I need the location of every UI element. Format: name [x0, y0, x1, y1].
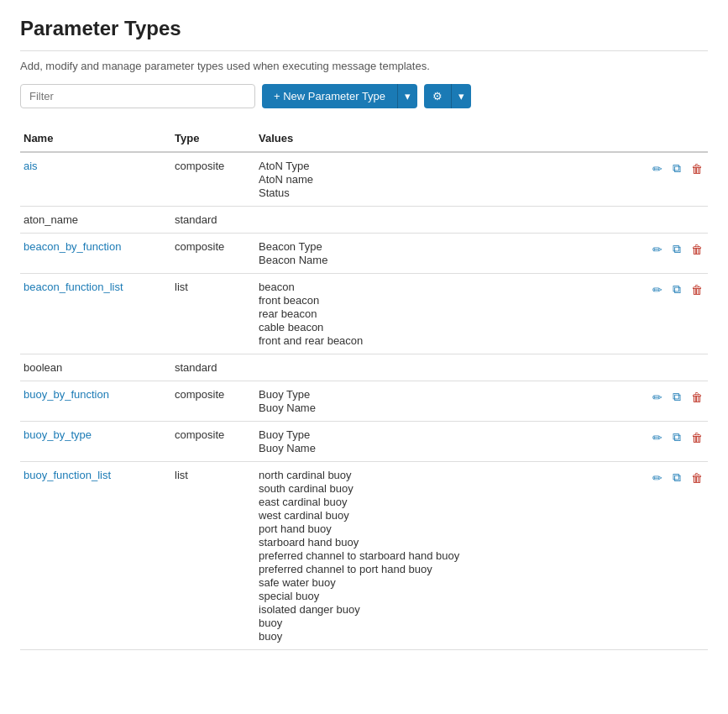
toolbar: + New Parameter Type ▾ ⚙ ▾	[20, 84, 708, 108]
col-header-type: Type	[171, 125, 255, 152]
param-value-item: starboard hand buoy	[259, 536, 637, 549]
edit-button[interactable]: ✏	[651, 470, 664, 486]
param-value-item: front and rear beacon	[259, 334, 637, 347]
param-value-item: rear beacon	[259, 307, 637, 320]
new-parameter-button[interactable]: + New Parameter Type	[262, 84, 397, 108]
param-actions: ✏⧉🗑	[641, 152, 708, 207]
filter-input[interactable]	[20, 84, 255, 108]
param-values: beaconfront beaconrear beaconcable beaco…	[255, 274, 641, 354]
parameter-types-table: Name Type Values aiscompositeAtoN TypeAt…	[20, 125, 708, 650]
copy-button[interactable]: ⧉	[671, 388, 683, 406]
table-header-row: Name Type Values	[20, 125, 708, 152]
edit-icon: ✏	[652, 162, 663, 176]
table-row: aton_namestandard	[20, 207, 708, 234]
copy-button[interactable]: ⧉	[671, 240, 683, 258]
param-actions: ✏⧉🗑	[641, 381, 708, 422]
edit-button[interactable]: ✏	[651, 160, 664, 177]
param-type: composite	[171, 422, 255, 462]
edit-button[interactable]: ✏	[651, 389, 664, 406]
param-values: Buoy TypeBuoy Name	[255, 381, 641, 422]
edit-button[interactable]: ✏	[651, 241, 664, 258]
copy-icon: ⧉	[673, 282, 681, 297]
copy-button[interactable]: ⧉	[671, 281, 683, 298]
param-value-item: port hand buoy	[259, 522, 637, 535]
copy-button[interactable]: ⧉	[671, 160, 683, 177]
gear-button-group: ⚙ ▾	[424, 84, 471, 108]
delete-icon: 🗑	[691, 471, 703, 485]
delete-button[interactable]: 🗑	[689, 241, 704, 258]
param-name-link[interactable]: ais	[24, 160, 38, 172]
param-value-item: special buoy	[259, 590, 637, 602]
col-header-name: Name	[20, 125, 171, 152]
param-name-text: boolean	[20, 354, 171, 381]
page-title: Parameter Types	[20, 17, 708, 51]
param-actions	[641, 207, 708, 234]
param-values: north cardinal buoysouth cardinal buoyea…	[255, 462, 641, 650]
param-name-link[interactable]: buoy_by_type	[24, 428, 92, 441]
param-actions: ✏⧉🗑	[641, 462, 708, 650]
param-value-item: Beacon Name	[259, 254, 637, 266]
copy-button[interactable]: ⧉	[671, 469, 683, 486]
param-type: list	[171, 462, 255, 650]
param-value-item: Status	[259, 186, 637, 199]
edit-icon: ✏	[652, 391, 663, 404]
copy-icon: ⧉	[673, 390, 681, 404]
delete-button[interactable]: 🗑	[689, 429, 704, 446]
edit-icon: ✏	[652, 431, 663, 444]
table-row: buoy_by_typecompositeBuoy TypeBuoy Name✏…	[20, 422, 708, 462]
param-name-link[interactable]: buoy_by_function	[24, 388, 109, 401]
param-type: composite	[171, 234, 255, 274]
table-row: aiscompositeAtoN TypeAtoN nameStatus✏⧉🗑	[20, 152, 708, 207]
param-value-item: safe water buoy	[259, 576, 637, 589]
table-row: buoy_by_functioncompositeBuoy TypeBuoy N…	[20, 381, 708, 422]
param-actions	[641, 354, 708, 381]
param-values: Beacon TypeBeacon Name	[255, 234, 641, 274]
gear-caret-button[interactable]: ▾	[451, 84, 471, 108]
copy-icon: ⧉	[673, 242, 681, 256]
edit-button[interactable]: ✏	[651, 281, 664, 298]
param-name-link[interactable]: beacon_by_function	[24, 240, 121, 253]
new-parameter-caret-button[interactable]: ▾	[397, 84, 417, 108]
param-actions: ✏⧉🗑	[641, 274, 708, 354]
param-value-item: Buoy Name	[259, 402, 637, 414]
param-value-item: beacon	[259, 281, 637, 293]
param-value-item: cable beacon	[259, 321, 637, 333]
page-subtitle: Add, modify and manage parameter types u…	[20, 60, 708, 72]
param-value-item: west cardinal buoy	[259, 509, 637, 522]
param-values	[255, 354, 641, 381]
copy-icon: ⧉	[673, 430, 681, 444]
delete-button[interactable]: 🗑	[689, 160, 704, 177]
param-value-item: Beacon Type	[259, 240, 637, 253]
delete-icon: 🗑	[691, 391, 703, 404]
edit-icon: ✏	[652, 283, 663, 297]
edit-icon: ✏	[652, 243, 663, 256]
param-value-item: Buoy Name	[259, 442, 637, 454]
param-type: standard	[171, 354, 255, 381]
copy-button[interactable]: ⧉	[671, 428, 683, 446]
gear-button[interactable]: ⚙	[424, 84, 451, 108]
param-type: standard	[171, 207, 255, 234]
param-name-link[interactable]: buoy_function_list	[24, 469, 111, 481]
param-value-item: AtoN name	[259, 173, 637, 186]
new-parameter-button-group: + New Parameter Type ▾	[262, 84, 417, 108]
param-value-item: north cardinal buoy	[259, 469, 637, 481]
param-value-item: isolated danger buoy	[259, 603, 637, 616]
param-type: composite	[171, 381, 255, 422]
param-type: composite	[171, 152, 255, 207]
param-value-item: south cardinal buoy	[259, 482, 637, 495]
delete-button[interactable]: 🗑	[689, 470, 704, 486]
param-value-item: preferred channel to starboard hand buoy	[259, 549, 637, 562]
param-actions: ✏⧉🗑	[641, 234, 708, 274]
col-header-values: Values	[255, 125, 641, 152]
param-values: AtoN TypeAtoN nameStatus	[255, 152, 641, 207]
param-value-item: AtoN Type	[259, 160, 637, 172]
delete-button[interactable]: 🗑	[689, 281, 704, 298]
delete-button[interactable]: 🗑	[689, 389, 704, 406]
param-value-item: buoy	[259, 630, 637, 643]
table-row: beacon_function_listlistbeaconfront beac…	[20, 274, 708, 354]
param-value-item: Buoy Type	[259, 388, 637, 401]
param-name-link[interactable]: beacon_function_list	[24, 281, 123, 293]
edit-button[interactable]: ✏	[651, 429, 664, 446]
edit-icon: ✏	[652, 471, 663, 485]
param-values	[255, 207, 641, 234]
